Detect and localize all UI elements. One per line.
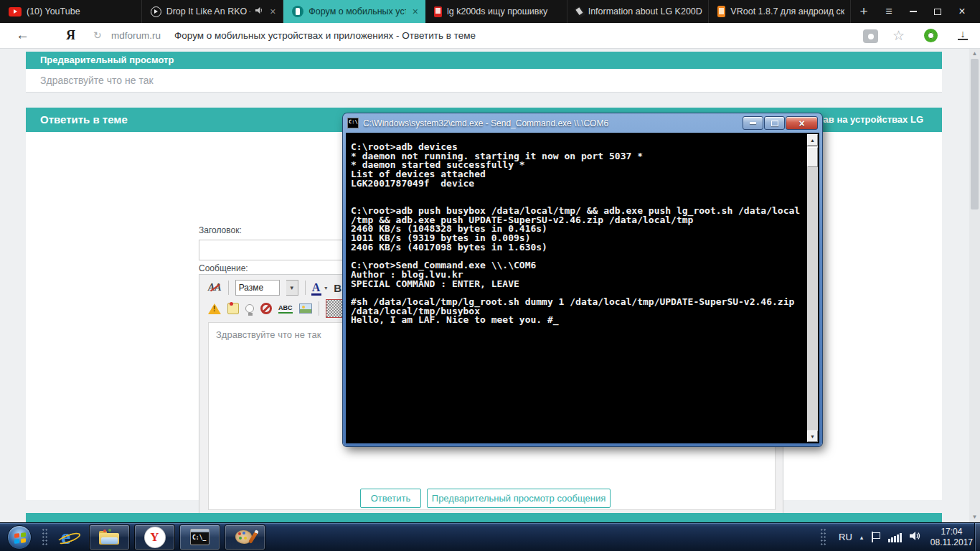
start-button[interactable] xyxy=(7,525,32,550)
tab-label: (10) YouTube xyxy=(27,6,136,17)
forbidden-bbcode-icon[interactable] xyxy=(260,303,272,314)
browser-close-button[interactable]: × xyxy=(950,0,974,23)
yandex-logo[interactable]: Я xyxy=(66,28,75,43)
console-scroll-thumb[interactable] xyxy=(807,147,818,167)
preview-message-button[interactable]: Предварительный просмотр сообщения xyxy=(427,489,611,508)
bold-button[interactable]: B xyxy=(334,282,341,294)
cmd-titlebar[interactable]: C:\Windows\system32\cmd.exe - Send_Comma… xyxy=(343,113,822,133)
taskbar-item-explorer[interactable] xyxy=(89,524,130,550)
cmd-icon xyxy=(347,118,359,128)
play-icon xyxy=(151,6,161,17)
taskbar: e Y RU ▴ 17:04 08.11.2017 xyxy=(0,522,980,551)
console-scrollbar[interactable]: ▲ ▼ xyxy=(807,134,818,442)
browser-tab-bar: (10) YouTube Drop It Like An RKO – × Фор… xyxy=(0,0,980,23)
browser-minimize-button[interactable] xyxy=(901,0,925,23)
scroll-up-icon[interactable]: ▲ xyxy=(969,49,980,59)
clock-time: 17:04 xyxy=(941,527,962,537)
console-scroll-down-icon[interactable]: ▼ xyxy=(807,430,818,442)
clock-date: 08.11.2017 xyxy=(930,537,973,547)
taskbar-grip xyxy=(42,528,48,547)
hint-bbcode-icon[interactable] xyxy=(245,304,254,313)
console-scroll-up-icon[interactable]: ▲ xyxy=(807,134,818,146)
spellcheck-icon[interactable]: ABC xyxy=(278,304,293,314)
phone-icon xyxy=(292,6,303,17)
minimize-icon xyxy=(750,122,756,124)
tab-label: lg k200ds ищу прошивку xyxy=(447,6,561,17)
back-button[interactable]: ← xyxy=(16,27,29,43)
protect-icon[interactable] xyxy=(863,29,878,43)
tray-expand-icon[interactable]: ▴ xyxy=(860,534,864,541)
cmd-minimize-button[interactable] xyxy=(743,116,763,130)
toolbar-separator xyxy=(319,301,319,316)
tab-firmware[interactable]: lg k200ds ищу прошивку xyxy=(425,0,567,23)
tab-video[interactable]: Drop It Like An RKO – × xyxy=(142,0,284,23)
taskbar-item-paint[interactable] xyxy=(225,524,265,550)
youtube-icon xyxy=(9,7,22,17)
taskbar-item-cmd[interactable] xyxy=(179,524,220,550)
bookmark-star-icon[interactable]: ☆ xyxy=(892,27,905,44)
refresh-icon[interactable]: ↻ xyxy=(93,29,102,41)
footer-teal-bar xyxy=(26,513,942,522)
download-icon[interactable]: ↓ xyxy=(958,29,968,40)
show-desktop-button[interactable] xyxy=(974,523,980,551)
insert-image-icon[interactable] xyxy=(299,303,312,314)
extension-icon[interactable] xyxy=(924,29,938,42)
remove-format-icon[interactable]: AA xyxy=(208,282,222,293)
preview-header: Предварительный просмотр xyxy=(26,52,942,69)
tab-close-icon[interactable]: × xyxy=(411,6,420,17)
paint-icon xyxy=(235,528,256,547)
minimize-icon xyxy=(910,11,917,12)
cmd-maximize-button[interactable] xyxy=(764,116,785,130)
tab-forum-active[interactable]: Форум о мобильных уст × xyxy=(283,0,425,23)
warning-bbcode-icon[interactable] xyxy=(208,303,221,314)
language-indicator[interactable]: RU xyxy=(839,532,852,542)
phone-icon xyxy=(434,6,442,17)
tab-audio-icon[interactable] xyxy=(255,6,263,17)
font-size-dropdown-icon[interactable]: ▼ xyxy=(286,280,298,296)
reply-button[interactable]: Ответить xyxy=(360,489,421,508)
folder-icon xyxy=(99,529,121,545)
font-color-dropdown-icon[interactable]: ▾ xyxy=(324,285,327,291)
tab-label: VRoot 1.8.7 для андроид ск xyxy=(730,6,844,17)
browser-window-controls: ≡ × xyxy=(877,0,980,23)
page-scrollbar[interactable]: ▲ ▼ xyxy=(969,49,980,522)
maximize-icon xyxy=(771,121,778,126)
taskbar-item-yandex-browser[interactable]: Y xyxy=(134,524,175,550)
tab-close-icon[interactable]: × xyxy=(268,6,277,17)
browser-restore-button[interactable] xyxy=(925,0,950,23)
action-center-flag-icon[interactable] xyxy=(871,532,880,542)
phone-icon xyxy=(717,6,725,17)
address-bar: ← Я ↻ mdforum.ru Форум о мобильных устро… xyxy=(0,23,980,49)
tab-info[interactable]: Information about LG K200D xyxy=(567,0,710,23)
note-bbcode-icon[interactable] xyxy=(227,303,239,314)
console-area: C:\root>adb devices * daemon not running… xyxy=(346,133,819,443)
new-tab-button[interactable]: + xyxy=(851,0,877,23)
browser-menu-button[interactable]: ≡ xyxy=(877,0,901,23)
cmd-window-title: C:\Windows\system32\cmd.exe - Send_Comma… xyxy=(363,118,737,128)
font-color-button[interactable]: A xyxy=(312,281,321,294)
page-scroll-thumb[interactable] xyxy=(971,59,979,209)
yandex-icon: Y xyxy=(145,527,165,547)
taskbar-item-internet-explorer[interactable]: e xyxy=(55,524,84,550)
preview-text: Здравствуйте что не так xyxy=(26,69,942,93)
screen: (10) YouTube Drop It Like An RKO – × Фор… xyxy=(0,0,980,551)
network-signal-icon[interactable] xyxy=(888,532,902,542)
tab-vroot[interactable]: VRoot 1.8.7 для андроид ск xyxy=(709,0,851,23)
font-size-select[interactable]: Разме xyxy=(235,280,280,296)
address-page-title[interactable]: Форум о мобильных устройствах и приложен… xyxy=(174,30,476,41)
reply-header-label: Ответить в теме xyxy=(40,113,128,126)
console-output[interactable]: C:\root>adb devices * daemon not running… xyxy=(351,143,804,442)
scroll-down-icon[interactable]: ▼ xyxy=(969,512,980,522)
volume-icon[interactable] xyxy=(910,531,920,544)
taskbar-clock[interactable]: 17:04 08.11.2017 xyxy=(930,527,973,548)
cmd-taskbar-icon xyxy=(190,529,209,545)
message-label: Сообщение: xyxy=(199,263,248,273)
cmd-close-button[interactable]: × xyxy=(786,116,818,130)
subject-label: Заголовок: xyxy=(199,225,242,235)
address-domain[interactable]: mdforum.ru xyxy=(111,30,161,41)
tab-label: Information about LG K200D xyxy=(588,6,703,17)
system-tray: RU ▴ 17:04 08.11.2017 xyxy=(816,523,980,551)
tab-label: Drop It Like An RKO – xyxy=(166,6,250,17)
restore-icon xyxy=(934,9,941,15)
tab-youtube[interactable]: (10) YouTube xyxy=(0,0,142,23)
